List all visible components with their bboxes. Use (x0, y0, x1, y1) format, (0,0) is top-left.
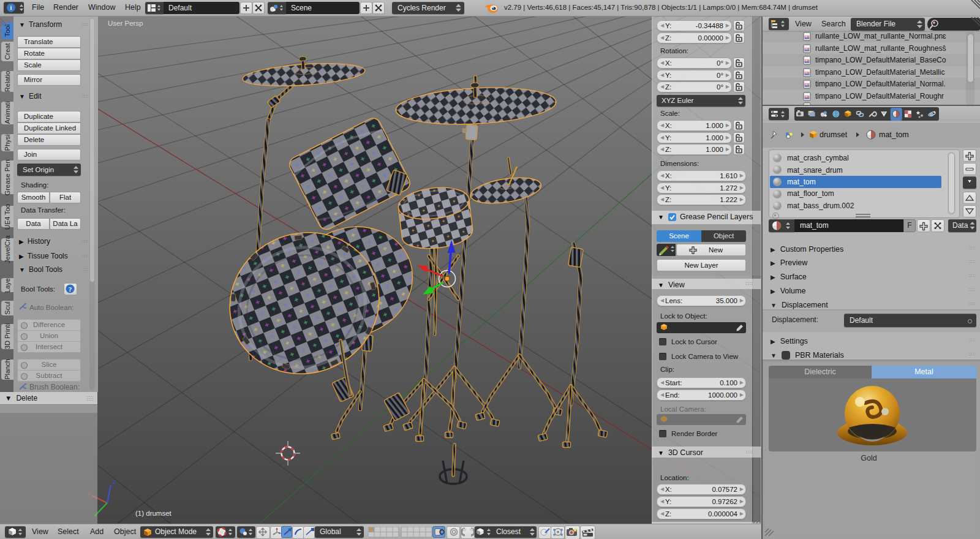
svg-text:i: i (10, 4, 12, 11)
svg-text:z: z (113, 478, 116, 485)
svg-text:?: ? (69, 285, 72, 293)
